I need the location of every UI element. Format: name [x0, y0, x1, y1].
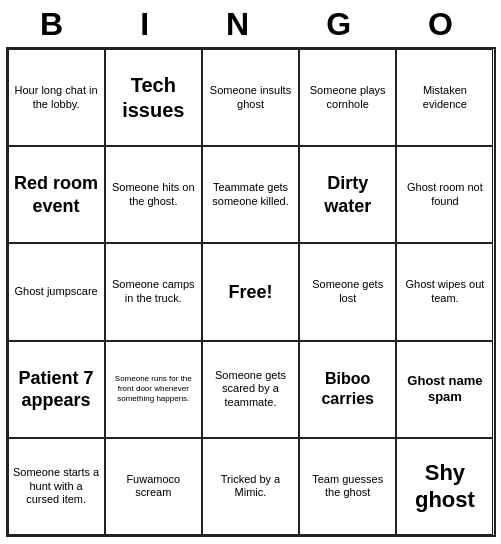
bingo-cell-14: Ghost wipes out team. [396, 243, 493, 340]
bingo-cell-3: Someone plays cornhole [299, 49, 396, 146]
bingo-cell-16: Someone runs for the front door whenever… [105, 341, 202, 438]
bingo-cell-8: Dirty water [299, 146, 396, 243]
bingo-title: B I N G O [6, 0, 496, 47]
bingo-cell-0: Hour long chat in the lobby. [8, 49, 105, 146]
bingo-cell-10: Ghost jumpscare [8, 243, 105, 340]
bingo-cell-11: Someone camps in the truck. [105, 243, 202, 340]
bingo-grid: Hour long chat in the lobby.Tech issuesS… [6, 47, 496, 537]
bingo-cell-4: Mistaken evidence [396, 49, 493, 146]
bingo-cell-12: Free! [202, 243, 299, 340]
letter-n: N [226, 6, 257, 43]
bingo-cell-19: Ghost name spam [396, 341, 493, 438]
bingo-cell-5: Red room event [8, 146, 105, 243]
bingo-cell-17: Someone gets scared by a teammate. [202, 341, 299, 438]
bingo-cell-2: Someone insults ghost [202, 49, 299, 146]
bingo-cell-21: Fuwamoco scream [105, 438, 202, 535]
bingo-cell-24: Shy ghost [396, 438, 493, 535]
bingo-cell-6: Someone hits on the ghost. [105, 146, 202, 243]
bingo-cell-15: Patient 7 appears [8, 341, 105, 438]
bingo-cell-9: Ghost room not found [396, 146, 493, 243]
bingo-cell-13: Someone gets lost [299, 243, 396, 340]
letter-b: B [40, 6, 71, 43]
letter-i: I [140, 6, 157, 43]
letter-g: G [326, 6, 359, 43]
bingo-cell-22: Tricked by a Mimic. [202, 438, 299, 535]
bingo-cell-23: Team guesses the ghost [299, 438, 396, 535]
bingo-cell-7: Teammate gets someone killed. [202, 146, 299, 243]
bingo-cell-1: Tech issues [105, 49, 202, 146]
bingo-cell-18: Biboo carries [299, 341, 396, 438]
letter-o: O [428, 6, 461, 43]
bingo-cell-20: Someone starts a hunt with a cursed item… [8, 438, 105, 535]
